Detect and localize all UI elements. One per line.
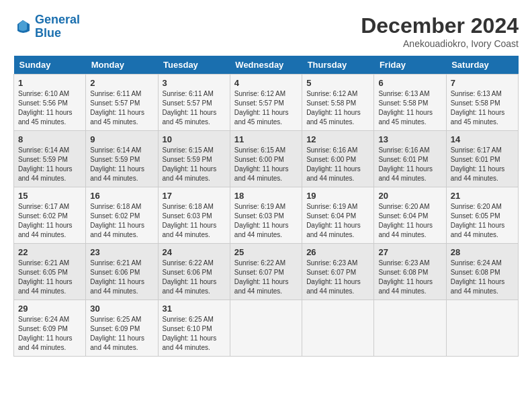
daylight-label: Daylight: 11 hours and 44 minutes. [306,165,361,182]
calendar-cell: 29 Sunrise: 6:24 AM Sunset: 6:09 PM Dayl… [14,300,86,357]
day-of-week-header: Sunday [14,56,86,75]
day-number: 14 [451,134,514,144]
daylight-label: Daylight: 11 hours and 45 minutes. [451,109,505,126]
sunset-label: Sunset: 6:06 PM [163,269,212,276]
sunset-label: Sunset: 6:01 PM [378,156,428,163]
daylight-label: Daylight: 11 hours and 44 minutes. [90,222,144,238]
day-info: Sunrise: 6:15 AM Sunset: 5:59 PM Dayligh… [163,146,226,183]
sunset-label: Sunset: 6:01 PM [451,156,500,163]
day-number: 22 [18,247,81,257]
day-number: 2 [90,78,153,88]
calendar-cell: 14 Sunrise: 6:17 AM Sunset: 6:01 PM Dayl… [446,131,518,187]
sunrise-label: Sunrise: 6:17 AM [18,203,69,210]
day-number: 16 [90,191,153,201]
calendar-cell: 27 Sunrise: 6:23 AM Sunset: 6:08 PM Dayl… [374,244,446,300]
day-of-week-header: Thursday [302,56,374,75]
sunset-label: Sunset: 6:07 PM [234,269,284,276]
day-number: 24 [163,247,226,257]
sunrise-label: Sunrise: 6:19 AM [234,203,285,210]
sunset-label: Sunset: 6:08 PM [451,269,500,276]
calendar-cell: 8 Sunrise: 6:14 AM Sunset: 5:59 PM Dayli… [14,131,86,187]
calendar-week-row: 1 Sunrise: 6:10 AM Sunset: 5:56 PM Dayli… [14,75,519,131]
sunset-label: Sunset: 5:58 PM [378,99,428,107]
calendar-cell: 16 Sunrise: 6:18 AM Sunset: 6:02 PM Dayl… [86,187,158,244]
calendar-cell: 1 Sunrise: 6:10 AM Sunset: 5:56 PM Dayli… [14,75,86,131]
sunrise-label: Sunrise: 6:20 AM [378,203,429,210]
calendar-cell: 22 Sunrise: 6:21 AM Sunset: 6:05 PM Dayl… [14,244,86,300]
sunset-label: Sunset: 6:10 PM [163,325,212,332]
sunset-label: Sunset: 6:07 PM [306,269,356,276]
sunrise-label: Sunrise: 6:14 AM [90,146,141,154]
day-info: Sunrise: 6:19 AM Sunset: 6:03 PM Dayligh… [234,202,298,240]
day-info: Sunrise: 6:15 AM Sunset: 6:00 PM Dayligh… [234,146,298,183]
day-info: Sunrise: 6:22 AM Sunset: 6:06 PM Dayligh… [163,259,226,296]
calendar-cell: 17 Sunrise: 6:18 AM Sunset: 6:03 PM Dayl… [158,187,230,244]
daylight-label: Daylight: 11 hours and 45 minutes. [90,109,144,126]
calendar-cell: 11 Sunrise: 6:15 AM Sunset: 6:00 PM Dayl… [230,131,302,187]
calendar-cell [302,300,374,357]
sunset-label: Sunset: 6:05 PM [18,269,68,276]
calendar-cell: 12 Sunrise: 6:16 AM Sunset: 6:00 PM Dayl… [302,131,374,187]
day-info: Sunrise: 6:11 AM Sunset: 5:57 PM Dayligh… [90,89,153,127]
calendar-cell: 9 Sunrise: 6:14 AM Sunset: 5:59 PM Dayli… [86,131,158,187]
daylight-label: Daylight: 11 hours and 44 minutes. [18,165,73,182]
sunrise-label: Sunrise: 6:13 AM [451,90,502,97]
day-of-week-header: Tuesday [158,56,230,75]
calendar-cell: 7 Sunrise: 6:13 AM Sunset: 5:58 PM Dayli… [446,75,518,131]
calendar-cell: 19 Sunrise: 6:19 AM Sunset: 6:04 PM Dayl… [302,187,374,244]
sunrise-label: Sunrise: 6:12 AM [234,90,285,97]
sunrise-label: Sunrise: 6:15 AM [163,146,214,154]
sunset-label: Sunset: 5:59 PM [90,156,140,163]
daylight-label: Daylight: 11 hours and 44 minutes. [306,278,361,295]
logo: General Blue [13,13,80,40]
sunset-label: Sunset: 6:05 PM [451,212,500,220]
day-number: 4 [234,78,298,88]
calendar-week-row: 8 Sunrise: 6:14 AM Sunset: 5:59 PM Dayli… [14,131,519,187]
sunrise-label: Sunrise: 6:25 AM [90,316,141,323]
sunset-label: Sunset: 6:08 PM [378,269,428,276]
day-info: Sunrise: 6:16 AM Sunset: 6:00 PM Dayligh… [306,146,369,183]
sunset-label: Sunset: 6:04 PM [378,212,428,220]
logo-icon [13,17,32,36]
day-number: 10 [163,134,226,144]
sunrise-label: Sunrise: 6:14 AM [18,146,69,154]
day-info: Sunrise: 6:25 AM Sunset: 6:09 PM Dayligh… [90,315,153,353]
calendar-header-row: SundayMondayTuesdayWednesdayThursdayFrid… [14,56,519,75]
sunrise-label: Sunrise: 6:20 AM [451,203,502,210]
calendar-cell: 30 Sunrise: 6:25 AM Sunset: 6:09 PM Dayl… [86,300,158,357]
calendar-cell: 23 Sunrise: 6:21 AM Sunset: 6:06 PM Dayl… [86,244,158,300]
day-number: 30 [90,304,153,314]
sunrise-label: Sunrise: 6:21 AM [90,259,141,267]
daylight-label: Daylight: 11 hours and 44 minutes. [163,278,217,295]
day-number: 6 [378,78,441,88]
month-title: December 2024 [361,13,519,38]
day-number: 26 [306,247,369,257]
day-info: Sunrise: 6:25 AM Sunset: 6:10 PM Dayligh… [163,315,226,353]
daylight-label: Daylight: 11 hours and 45 minutes. [234,109,289,126]
day-info: Sunrise: 6:17 AM Sunset: 6:01 PM Dayligh… [451,146,514,183]
sunset-label: Sunset: 5:59 PM [163,156,212,163]
day-info: Sunrise: 6:22 AM Sunset: 6:07 PM Dayligh… [234,259,298,296]
sunrise-label: Sunrise: 6:24 AM [451,259,502,267]
calendar-table: SundayMondayTuesdayWednesdayThursdayFrid… [13,56,519,357]
daylight-label: Daylight: 11 hours and 44 minutes. [18,334,73,351]
daylight-label: Daylight: 11 hours and 44 minutes. [378,278,433,295]
daylight-label: Daylight: 11 hours and 44 minutes. [234,165,289,182]
day-number: 25 [234,247,298,257]
calendar-cell: 24 Sunrise: 6:22 AM Sunset: 6:06 PM Dayl… [158,244,230,300]
calendar-cell: 5 Sunrise: 6:12 AM Sunset: 5:58 PM Dayli… [302,75,374,131]
day-number: 21 [451,191,514,201]
day-info: Sunrise: 6:11 AM Sunset: 5:57 PM Dayligh… [163,89,226,127]
daylight-label: Daylight: 11 hours and 44 minutes. [378,222,433,238]
calendar-cell: 21 Sunrise: 6:20 AM Sunset: 6:05 PM Dayl… [446,187,518,244]
daylight-label: Daylight: 11 hours and 45 minutes. [163,109,217,126]
sunrise-label: Sunrise: 6:23 AM [378,259,429,267]
daylight-label: Daylight: 11 hours and 44 minutes. [18,278,73,295]
day-number: 12 [306,134,369,144]
calendar-week-row: 29 Sunrise: 6:24 AM Sunset: 6:09 PM Dayl… [14,300,519,357]
calendar-cell: 13 Sunrise: 6:16 AM Sunset: 6:01 PM Dayl… [374,131,446,187]
day-number: 29 [18,304,81,314]
sunset-label: Sunset: 5:59 PM [18,156,68,163]
logo-text: General Blue [35,13,80,40]
calendar-cell: 4 Sunrise: 6:12 AM Sunset: 5:57 PM Dayli… [230,75,302,131]
